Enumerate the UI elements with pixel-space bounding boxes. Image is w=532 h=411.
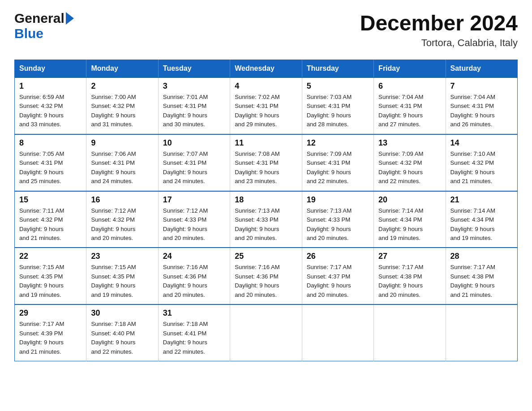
day-info: Sunrise: 7:17 AMSunset: 4:38 PMDaylight:…	[378, 263, 441, 300]
calendar-cell: 27Sunrise: 7:17 AMSunset: 4:38 PMDayligh…	[374, 248, 446, 304]
logo: General Blue	[14, 11, 74, 41]
day-number: 8	[19, 138, 82, 148]
calendar-cell: 11Sunrise: 7:08 AMSunset: 4:31 PMDayligh…	[230, 134, 302, 191]
day-number: 17	[163, 195, 225, 205]
day-info: Sunrise: 7:15 AMSunset: 4:35 PMDaylight:…	[19, 263, 82, 300]
day-info: Sunrise: 7:12 AMSunset: 4:32 PMDaylight:…	[91, 206, 153, 243]
day-header-wednesday: Wednesday	[230, 60, 302, 78]
day-number: 21	[450, 195, 513, 205]
day-info: Sunrise: 7:16 AMSunset: 4:36 PMDaylight:…	[235, 263, 297, 300]
day-info: Sunrise: 7:17 AMSunset: 4:39 PMDaylight:…	[19, 320, 82, 356]
day-number: 23	[91, 252, 153, 261]
day-info: Sunrise: 6:59 AMSunset: 4:32 PMDaylight:…	[19, 93, 82, 129]
day-number: 28	[450, 252, 513, 261]
calendar-cell: 21Sunrise: 7:14 AMSunset: 4:34 PMDayligh…	[446, 191, 517, 248]
day-number: 22	[19, 252, 82, 261]
calendar-cell: 16Sunrise: 7:12 AMSunset: 4:32 PMDayligh…	[86, 191, 158, 248]
calendar-cell: 2Sunrise: 7:00 AMSunset: 4:32 PMDaylight…	[86, 77, 158, 134]
day-number: 7	[450, 81, 513, 91]
calendar-cell: 10Sunrise: 7:07 AMSunset: 4:31 PMDayligh…	[158, 134, 230, 191]
day-info: Sunrise: 7:06 AMSunset: 4:31 PMDaylight:…	[91, 150, 153, 186]
day-number: 19	[307, 195, 369, 205]
calendar-cell: 20Sunrise: 7:14 AMSunset: 4:34 PMDayligh…	[374, 191, 446, 248]
day-number: 14	[450, 138, 513, 148]
day-info: Sunrise: 7:08 AMSunset: 4:31 PMDaylight:…	[235, 150, 297, 186]
day-number: 27	[378, 252, 441, 261]
calendar-cell: 19Sunrise: 7:13 AMSunset: 4:33 PMDayligh…	[302, 191, 373, 248]
logo-arrow-icon	[66, 12, 74, 25]
day-info: Sunrise: 7:18 AMSunset: 4:41 PMDaylight:…	[163, 320, 225, 356]
calendar-cell: 9Sunrise: 7:06 AMSunset: 4:31 PMDaylight…	[86, 134, 158, 191]
day-info: Sunrise: 7:01 AMSunset: 4:31 PMDaylight:…	[163, 93, 225, 129]
day-number: 10	[163, 138, 225, 148]
calendar-cell: 24Sunrise: 7:16 AMSunset: 4:36 PMDayligh…	[158, 248, 230, 304]
day-number: 13	[378, 138, 441, 148]
day-number: 15	[19, 195, 82, 205]
day-info: Sunrise: 7:13 AMSunset: 4:33 PMDaylight:…	[235, 206, 297, 243]
day-info: Sunrise: 7:17 AMSunset: 4:37 PMDaylight:…	[307, 263, 369, 300]
day-info: Sunrise: 7:11 AMSunset: 4:32 PMDaylight:…	[19, 206, 82, 243]
day-number: 1	[19, 81, 82, 91]
calendar-cell: 6Sunrise: 7:04 AMSunset: 4:31 PMDaylight…	[374, 77, 446, 134]
day-info: Sunrise: 7:05 AMSunset: 4:31 PMDaylight:…	[19, 150, 82, 186]
calendar-cell: 3Sunrise: 7:01 AMSunset: 4:31 PMDaylight…	[158, 77, 230, 134]
calendar-cell: 28Sunrise: 7:17 AMSunset: 4:38 PMDayligh…	[446, 248, 517, 304]
calendar-header-row: SundayMondayTuesdayWednesdayThursdayFrid…	[15, 60, 518, 78]
calendar-cell	[230, 304, 302, 361]
day-info: Sunrise: 7:10 AMSunset: 4:32 PMDaylight:…	[450, 150, 513, 186]
calendar-cell: 12Sunrise: 7:09 AMSunset: 4:31 PMDayligh…	[302, 134, 373, 191]
calendar-cell: 4Sunrise: 7:02 AMSunset: 4:31 PMDaylight…	[230, 77, 302, 134]
day-info: Sunrise: 7:09 AMSunset: 4:32 PMDaylight:…	[378, 150, 441, 186]
day-info: Sunrise: 7:16 AMSunset: 4:36 PMDaylight:…	[163, 263, 225, 300]
calendar-cell: 5Sunrise: 7:03 AMSunset: 4:31 PMDaylight…	[302, 77, 373, 134]
day-info: Sunrise: 7:17 AMSunset: 4:38 PMDaylight:…	[450, 263, 513, 300]
day-info: Sunrise: 7:14 AMSunset: 4:34 PMDaylight:…	[450, 206, 513, 243]
day-info: Sunrise: 7:14 AMSunset: 4:34 PMDaylight:…	[378, 206, 441, 243]
calendar-cell: 7Sunrise: 7:04 AMSunset: 4:31 PMDaylight…	[446, 77, 517, 134]
day-number: 25	[235, 252, 297, 261]
day-header-friday: Friday	[374, 60, 446, 78]
day-number: 26	[307, 252, 369, 261]
day-header-tuesday: Tuesday	[158, 60, 230, 78]
day-number: 4	[235, 81, 297, 91]
day-number: 2	[91, 81, 153, 91]
day-info: Sunrise: 7:03 AMSunset: 4:31 PMDaylight:…	[307, 93, 369, 129]
day-header-thursday: Thursday	[302, 60, 373, 78]
day-number: 3	[163, 81, 225, 91]
calendar-cell: 26Sunrise: 7:17 AMSunset: 4:37 PMDayligh…	[302, 248, 373, 304]
day-number: 11	[235, 138, 297, 148]
day-number: 31	[163, 308, 225, 318]
day-info: Sunrise: 7:09 AMSunset: 4:31 PMDaylight:…	[307, 150, 369, 186]
day-number: 6	[378, 81, 441, 91]
day-number: 9	[91, 138, 153, 148]
title-block: December 2024 Tortora, Calabria, Italy	[360, 11, 518, 49]
calendar-cell: 23Sunrise: 7:15 AMSunset: 4:35 PMDayligh…	[86, 248, 158, 304]
day-header-sunday: Sunday	[15, 60, 86, 78]
day-info: Sunrise: 7:07 AMSunset: 4:31 PMDaylight:…	[163, 150, 225, 186]
day-number: 5	[307, 81, 369, 91]
day-info: Sunrise: 7:00 AMSunset: 4:32 PMDaylight:…	[91, 93, 153, 129]
day-number: 16	[91, 195, 153, 205]
calendar-cell: 25Sunrise: 7:16 AMSunset: 4:36 PMDayligh…	[230, 248, 302, 304]
calendar-cell: 1Sunrise: 6:59 AMSunset: 4:32 PMDaylight…	[15, 77, 86, 134]
calendar-cell: 18Sunrise: 7:13 AMSunset: 4:33 PMDayligh…	[230, 191, 302, 248]
calendar-table: SundayMondayTuesdayWednesdayThursdayFrid…	[14, 60, 518, 361]
day-number: 18	[235, 195, 297, 205]
calendar-cell: 13Sunrise: 7:09 AMSunset: 4:32 PMDayligh…	[374, 134, 446, 191]
logo-blue-text: Blue	[14, 26, 43, 41]
calendar-subtitle: Tortora, Calabria, Italy	[360, 37, 518, 49]
day-number: 12	[307, 138, 369, 148]
calendar-cell: 31Sunrise: 7:18 AMSunset: 4:41 PMDayligh…	[158, 304, 230, 361]
page-header: General Blue December 2024 Tortora, Cala…	[14, 11, 518, 49]
day-number: 30	[91, 308, 153, 318]
day-info: Sunrise: 7:13 AMSunset: 4:33 PMDaylight:…	[307, 206, 369, 243]
day-info: Sunrise: 7:02 AMSunset: 4:31 PMDaylight:…	[235, 93, 297, 129]
day-info: Sunrise: 7:18 AMSunset: 4:40 PMDaylight:…	[91, 320, 153, 356]
calendar-title: December 2024	[360, 11, 518, 35]
calendar-week-5: 29Sunrise: 7:17 AMSunset: 4:39 PMDayligh…	[15, 304, 518, 361]
calendar-week-3: 15Sunrise: 7:11 AMSunset: 4:32 PMDayligh…	[15, 191, 518, 248]
day-number: 20	[378, 195, 441, 205]
day-header-monday: Monday	[86, 60, 158, 78]
day-number: 29	[19, 308, 82, 318]
calendar-cell: 29Sunrise: 7:17 AMSunset: 4:39 PMDayligh…	[15, 304, 86, 361]
